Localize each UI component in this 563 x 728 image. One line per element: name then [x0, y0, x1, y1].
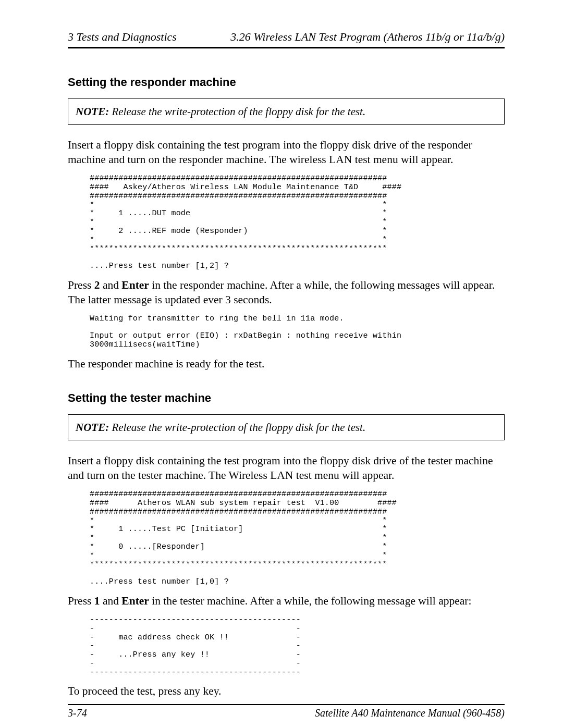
header-right: 3.26 Wireless LAN Test Program (Atheros …: [230, 30, 505, 44]
note-label: NOTE:: [76, 105, 109, 118]
press-text-a: Press: [68, 279, 94, 291]
responder-intro: Insert a floppy disk containing the test…: [68, 138, 505, 167]
page: 3 Tests and Diagnostics 3.26 Wireless LA…: [0, 0, 563, 728]
tester-menu-code: ########################################…: [90, 490, 505, 587]
press-mid: and: [100, 279, 122, 291]
note-text: Release the write-protection of the flop…: [109, 105, 365, 118]
note-box-responder: NOTE: Release the write-protection of th…: [68, 98, 505, 125]
note-text-tester: Release the write-protection of the flop…: [109, 421, 365, 434]
note-label-tester: NOTE:: [76, 421, 109, 434]
footer-manual-title: Satellite A40 Maintenance Manual (960-45…: [315, 707, 505, 719]
page-header: 3 Tests and Diagnostics 3.26 Wireless LA…: [68, 30, 505, 48]
tester-press-b: in the tester machine. After a while, th…: [149, 595, 472, 607]
note-box-tester: NOTE: Release the write-protection of th…: [68, 414, 505, 440]
tester-press-a: Press: [68, 595, 94, 607]
tester-enter-key: Enter: [121, 595, 149, 607]
press-key-1: 1: [94, 595, 100, 607]
tester-proceed: To proceed the test, press any key.: [68, 684, 505, 699]
footer-page-number: 3-74: [68, 707, 87, 719]
page-footer: 3-74 Satellite A40 Maintenance Manual (9…: [68, 704, 505, 719]
tester-mac-code: ----------------------------------------…: [90, 616, 505, 677]
press-key-2: 2: [94, 279, 100, 291]
section-heading-tester: Setting the tester machine: [68, 391, 505, 405]
responder-press: Press 2 and Enter in the responder machi…: [68, 278, 505, 307]
enter-key: Enter: [121, 279, 149, 291]
responder-ready: The responder machine is ready for the t…: [68, 357, 505, 372]
tester-press-mid: and: [100, 595, 122, 607]
responder-menu-code: ########################################…: [90, 175, 505, 271]
tester-intro: Insert a floppy disk containing the test…: [68, 454, 505, 483]
header-left: 3 Tests and Diagnostics: [68, 30, 177, 44]
tester-press: Press 1 and Enter in the tester machine.…: [68, 594, 505, 609]
section-heading-responder: Setting the responder machine: [68, 76, 505, 89]
responder-wait-code: Waiting for transmitter to ring the bell…: [90, 315, 505, 350]
